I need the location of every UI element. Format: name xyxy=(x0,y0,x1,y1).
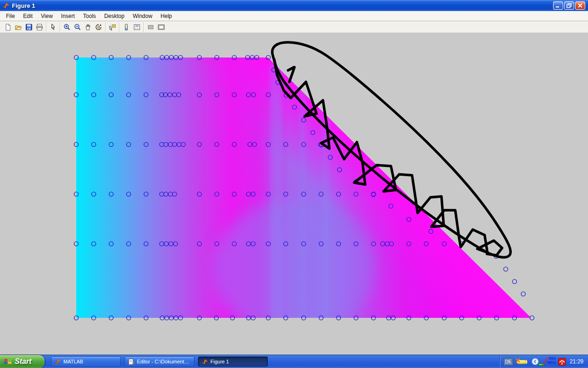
show-plot-tools-icon xyxy=(158,23,165,31)
new-figure-button[interactable] xyxy=(2,22,13,32)
data-point-marker xyxy=(521,292,525,296)
zoom-in-icon xyxy=(63,23,71,31)
menu-item-insert[interactable]: Insert xyxy=(57,12,79,20)
taskbar-button-figure-1[interactable]: Figure 1 xyxy=(198,356,268,367)
pan-button[interactable] xyxy=(83,22,93,32)
clock: 21:29 xyxy=(570,358,583,365)
show-plot-tools-button[interactable] xyxy=(156,22,166,32)
data-point-marker xyxy=(512,279,516,283)
zoom-in-button[interactable] xyxy=(62,22,72,32)
hide-plot-tools-icon xyxy=(147,23,154,31)
toolbar-group xyxy=(119,22,144,32)
data-point-marker xyxy=(503,267,508,271)
rotate-3d-icon xyxy=(95,23,102,31)
menu-item-tools[interactable]: Tools xyxy=(79,12,100,20)
toolbar-group xyxy=(1,22,46,32)
save-figure-button[interactable] xyxy=(23,22,34,32)
toolbar-group xyxy=(46,22,60,32)
data-cursor-icon xyxy=(109,23,116,31)
windows-flag-icon xyxy=(3,357,12,366)
menu-item-window[interactable]: Window xyxy=(129,12,157,20)
menu-bar: FileEditViewInsertToolsDesktopWindowHelp xyxy=(0,11,588,21)
insert-colorbar-button[interactable] xyxy=(121,22,131,32)
insert-legend-icon xyxy=(133,23,141,31)
insert-colorbar-icon xyxy=(123,23,130,31)
zoom-out-button[interactable] xyxy=(72,22,83,32)
window-title: Figure 1 xyxy=(12,2,553,9)
menu-item-desktop[interactable]: Desktop xyxy=(100,12,129,20)
editor-icon xyxy=(128,358,135,365)
toolbar-group xyxy=(144,22,168,32)
zoom-out-icon xyxy=(74,23,81,31)
task-buttons: MATLABEditor - C:\Dokument…Figure 1 xyxy=(51,356,499,367)
print-figure-button[interactable] xyxy=(34,22,45,32)
taskbar: Start MATLABEditor - C:\Dokument…Figure … xyxy=(0,355,588,368)
hide-icons-chevron-icon[interactable] xyxy=(531,358,539,365)
menu-item-file[interactable]: File xyxy=(2,12,19,20)
start-button[interactable]: Start xyxy=(0,355,45,368)
figure-canvas[interactable] xyxy=(0,33,588,355)
figure-toolbar xyxy=(0,21,588,33)
start-label: Start xyxy=(15,357,31,366)
cpu-freq-unit: MHz xyxy=(547,361,556,365)
new-figure-icon xyxy=(4,23,11,31)
cpu-meter-icon xyxy=(538,363,544,366)
system-tray: DE 800 MHz 21:29 xyxy=(499,355,588,368)
open-file-button[interactable] xyxy=(13,22,23,32)
print-figure-icon xyxy=(36,23,43,31)
toolbar-group xyxy=(60,22,106,32)
plot-area[interactable] xyxy=(0,33,588,355)
data-cursor-button[interactable] xyxy=(107,22,118,32)
matlab-icon xyxy=(201,358,208,365)
insert-legend-button[interactable] xyxy=(131,22,142,32)
menu-item-view[interactable]: View xyxy=(37,12,57,20)
cpu-frequency-indicator[interactable]: 800 MHz xyxy=(541,356,556,367)
menu-item-edit[interactable]: Edit xyxy=(19,12,37,20)
language-indicator[interactable]: DE xyxy=(503,358,513,366)
open-file-icon xyxy=(15,23,22,31)
taskbar-button-matlab[interactable]: MATLAB xyxy=(51,356,121,367)
screen: Figure 1 FileEditViewInsertToolsDesktopW… xyxy=(0,0,588,368)
rotate-3d-button[interactable] xyxy=(93,22,104,32)
matlab-figure-icon xyxy=(2,2,10,10)
minimize-button[interactable] xyxy=(553,1,563,10)
edit-plot-icon xyxy=(50,23,57,31)
restore-button[interactable] xyxy=(564,1,574,10)
annotation-stroke xyxy=(288,67,294,82)
close-button[interactable] xyxy=(575,1,585,10)
window-titlebar: Figure 1 xyxy=(0,0,588,11)
edit-plot-button[interactable] xyxy=(48,22,58,32)
task-label: Editor - C:\Dokument… xyxy=(137,359,189,364)
battery-icon[interactable] xyxy=(515,358,529,365)
matlab-icon xyxy=(54,358,61,365)
pan-icon xyxy=(85,23,92,31)
taskbar-button-editor-c-dokument[interactable]: Editor - C:\Dokument… xyxy=(124,356,194,367)
save-figure-icon xyxy=(25,23,33,31)
hide-plot-tools-button[interactable] xyxy=(145,22,156,32)
task-label: Figure 1 xyxy=(210,359,229,364)
avira-antivirus-icon[interactable] xyxy=(558,358,566,366)
menu-item-help[interactable]: Help xyxy=(157,12,176,20)
task-label: MATLAB xyxy=(63,359,83,364)
toolbar-group xyxy=(106,22,119,32)
